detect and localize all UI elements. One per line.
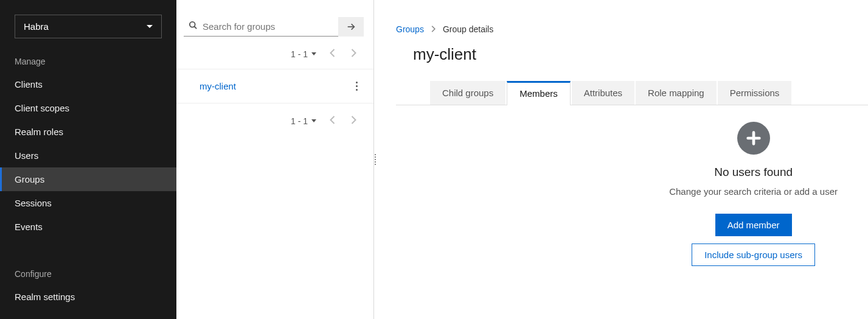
- pager-prev[interactable]: [327, 113, 338, 128]
- nav-section-manage: Manage: [0, 48, 176, 72]
- sidebar-item-clients[interactable]: Clients: [0, 72, 176, 96]
- list-item: my-client: [176, 69, 373, 103]
- group-link[interactable]: my-client: [200, 81, 236, 91]
- svg-line-1: [194, 26, 196, 29]
- sidebar-item-users[interactable]: Users: [0, 144, 176, 167]
- tab-permissions[interactable]: Permissions: [718, 81, 792, 105]
- search-input[interactable]: [203, 21, 333, 32]
- tabs: Child groups Members Attributes Role map…: [396, 81, 868, 105]
- caret-down-icon: [311, 119, 316, 122]
- page-title: my-client: [413, 45, 868, 64]
- include-subgroup-button[interactable]: Include sub-group users: [692, 244, 815, 266]
- groups-panel: 1 - 1 my-client 1 - 1: [176, 0, 374, 319]
- sidebar-item-sessions[interactable]: Sessions: [0, 191, 176, 215]
- chevron-right-icon: [431, 26, 436, 33]
- sidebar-item-groups[interactable]: Groups: [0, 167, 176, 191]
- pager-next[interactable]: [349, 46, 359, 61]
- pager-bottom: 1 - 1: [176, 103, 373, 136]
- empty-title: No users found: [714, 166, 793, 179]
- breadcrumb: Groups Group details: [396, 24, 868, 34]
- search-submit-button[interactable]: [338, 17, 364, 37]
- empty-state: No users found Change your search criter…: [669, 122, 838, 266]
- svg-point-0: [190, 22, 195, 27]
- plus-circle-icon: [737, 122, 770, 155]
- realm-name: Habra: [24, 21, 49, 32]
- sidebar-item-events[interactable]: Events: [0, 215, 176, 239]
- pager-count[interactable]: 1 - 1: [291, 49, 316, 59]
- sidebar-item-realm-settings[interactable]: Realm settings: [0, 285, 176, 309]
- caret-down-icon: [147, 25, 153, 28]
- tab-role-mapping[interactable]: Role mapping: [636, 81, 717, 105]
- main-content: Groups Group details my-client Child gro…: [374, 0, 868, 319]
- empty-description: Change your search criteria or add a use…: [669, 186, 838, 197]
- sidebar-item-realm-roles[interactable]: Realm roles: [0, 120, 176, 144]
- sidebar: Habra Manage Clients Client scopes Realm…: [0, 0, 176, 319]
- kebab-icon[interactable]: [353, 79, 360, 93]
- tab-members[interactable]: Members: [507, 81, 571, 105]
- breadcrumb-current: Group details: [443, 24, 493, 34]
- tab-attributes[interactable]: Attributes: [572, 81, 634, 105]
- spacer: [0, 239, 176, 261]
- breadcrumb-root[interactable]: Groups: [396, 24, 424, 34]
- pager-count[interactable]: 1 - 1: [291, 116, 316, 126]
- search-row: [176, 17, 373, 37]
- add-member-button[interactable]: Add member: [715, 214, 792, 236]
- nav-section-configure: Configure: [0, 261, 176, 285]
- group-list: my-client: [176, 69, 373, 103]
- sidebar-item-client-scopes[interactable]: Client scopes: [0, 96, 176, 120]
- search-icon: [189, 21, 198, 32]
- pager-next[interactable]: [349, 113, 359, 128]
- realm-selector[interactable]: Habra: [15, 15, 162, 38]
- caret-down-icon: [311, 52, 316, 55]
- pager-top: 1 - 1: [176, 37, 373, 69]
- search-box: [184, 17, 338, 37]
- tab-child-groups[interactable]: Child groups: [430, 81, 505, 105]
- pager-prev[interactable]: [327, 46, 338, 61]
